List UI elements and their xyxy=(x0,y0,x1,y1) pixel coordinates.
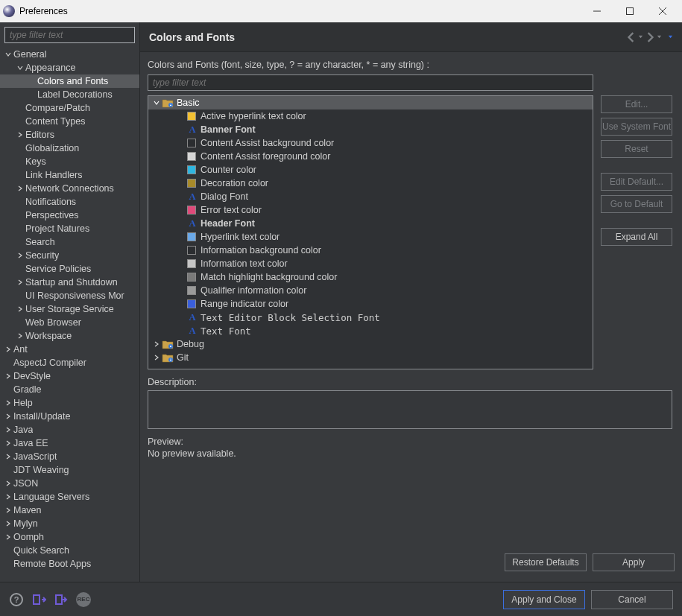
chevron-right-icon[interactable] xyxy=(3,413,13,419)
chevron-right-icon[interactable] xyxy=(151,355,162,361)
tree-item[interactable]: Gradle xyxy=(0,383,139,396)
tree-item[interactable]: Keys xyxy=(0,155,139,168)
tree-item[interactable]: DevStyle xyxy=(0,369,139,383)
chevron-right-icon[interactable] xyxy=(3,521,13,527)
tree-item[interactable]: Label Decorations xyxy=(0,88,139,101)
color-font-item[interactable]: Hyperlink text color xyxy=(148,230,593,244)
chevron-down-icon[interactable] xyxy=(151,100,162,106)
color-font-item[interactable]: AText Font xyxy=(148,324,593,337)
export-icon[interactable] xyxy=(54,592,69,607)
close-button[interactable] xyxy=(646,1,679,22)
cancel-button[interactable]: Cancel xyxy=(591,590,673,609)
apply-button[interactable]: Apply xyxy=(593,553,675,571)
color-font-item[interactable]: AText Editor Block Selection Font xyxy=(148,311,593,324)
tree-item[interactable]: Workspace xyxy=(0,329,139,343)
tree-item[interactable]: Search xyxy=(0,235,139,249)
color-font-item[interactable]: Counter color xyxy=(148,163,593,177)
expand-all-button[interactable]: Expand All xyxy=(601,228,672,246)
tree-item[interactable]: AspectJ Compiler xyxy=(0,356,139,369)
minimize-button[interactable] xyxy=(581,1,613,22)
color-font-item[interactable]: Error text color xyxy=(148,203,593,217)
chevron-down-icon[interactable] xyxy=(15,65,25,71)
tree-item[interactable]: Appearance xyxy=(0,61,139,74)
color-font-item[interactable]: Decoration color xyxy=(148,177,593,190)
help-icon[interactable]: ? xyxy=(9,592,24,607)
colors-filter-input[interactable] xyxy=(148,74,593,91)
chevron-right-icon[interactable] xyxy=(3,440,13,446)
tree-item[interactable]: Oomph xyxy=(0,530,139,544)
color-font-item[interactable]: Content Assist background color xyxy=(148,136,593,150)
edit-button[interactable]: Edit... xyxy=(601,95,672,113)
tree-item[interactable]: Install/Update xyxy=(0,410,139,423)
color-font-item[interactable]: Qualifier information color xyxy=(148,284,593,297)
color-font-item[interactable]: Information text color xyxy=(148,257,593,270)
tree-item[interactable]: Maven xyxy=(0,504,139,517)
tree-item[interactable]: General xyxy=(0,48,139,61)
use-system-font-button[interactable]: Use System Font xyxy=(601,118,672,136)
chevron-right-icon[interactable] xyxy=(3,480,13,486)
tree-item[interactable]: Ant xyxy=(0,343,139,356)
view-menu-button[interactable] xyxy=(668,34,673,39)
tree-item[interactable]: Colors and Fonts xyxy=(0,74,139,88)
left-filter-input[interactable] xyxy=(4,27,135,43)
color-font-item[interactable]: AHeader Font xyxy=(148,217,593,230)
chevron-right-icon[interactable] xyxy=(15,132,25,138)
tree-item[interactable]: Mylyn xyxy=(0,517,139,530)
tree-item[interactable]: Globalization xyxy=(0,142,139,155)
tree-item[interactable]: JSON xyxy=(0,477,139,490)
nav-back-menu[interactable] xyxy=(638,34,643,39)
tree-item[interactable]: Notifications xyxy=(0,195,139,209)
color-font-item[interactable]: ADialog Font xyxy=(148,190,593,203)
tree-item[interactable]: Security xyxy=(0,249,139,262)
maximize-button[interactable] xyxy=(613,1,646,22)
colors-fonts-tree[interactable]: BasicActive hyperlink text colorABanner … xyxy=(148,95,593,369)
tree-item[interactable]: Service Policies xyxy=(0,262,139,276)
reset-button[interactable]: Reset xyxy=(601,140,672,158)
nav-forward-menu[interactable] xyxy=(657,34,662,39)
apply-and-close-button[interactable]: Apply and Close xyxy=(503,590,585,609)
tree-item[interactable]: JDT Weaving xyxy=(0,463,139,477)
chevron-right-icon[interactable] xyxy=(15,185,25,191)
color-font-item[interactable]: Content Assist foreground color xyxy=(148,150,593,163)
color-font-item[interactable]: Match highlight background color xyxy=(148,270,593,284)
color-font-item[interactable]: Information background color xyxy=(148,244,593,257)
tree-item[interactable]: Remote Boot Apps xyxy=(0,557,139,571)
tree-item[interactable]: Network Connections xyxy=(0,182,139,195)
tree-item[interactable]: Web Browser xyxy=(0,316,139,329)
chevron-right-icon[interactable] xyxy=(15,279,25,285)
chevron-right-icon[interactable] xyxy=(3,427,13,433)
tree-item[interactable]: UI Responsiveness Mor xyxy=(0,289,139,302)
tree-item[interactable]: User Storage Service xyxy=(0,302,139,316)
chevron-right-icon[interactable] xyxy=(3,494,13,500)
chevron-right-icon[interactable] xyxy=(15,333,25,339)
chevron-right-icon[interactable] xyxy=(15,253,25,258)
tree-item[interactable]: Quick Search xyxy=(0,544,139,557)
color-font-item[interactable]: Git xyxy=(148,351,593,364)
chevron-right-icon[interactable] xyxy=(3,400,13,406)
go-to-default-button[interactable]: Go to Default xyxy=(601,195,672,213)
tree-item[interactable]: Editors xyxy=(0,128,139,142)
color-font-item[interactable]: Debug xyxy=(148,337,593,351)
tree-item[interactable]: Compare/Patch xyxy=(0,101,139,115)
chevron-right-icon[interactable] xyxy=(3,534,13,540)
import-icon[interactable] xyxy=(31,592,46,607)
description-box[interactable] xyxy=(148,390,672,429)
color-font-item[interactable]: ABanner Font xyxy=(148,123,593,136)
tree-item[interactable]: Help xyxy=(0,396,139,410)
color-font-item[interactable]: Range indicator color xyxy=(148,297,593,311)
tree-item[interactable]: Project Natures xyxy=(0,222,139,235)
tree-item[interactable]: Java EE xyxy=(0,436,139,450)
preferences-tree[interactable]: GeneralAppearanceColors and FontsLabel D… xyxy=(0,46,139,582)
chevron-right-icon[interactable] xyxy=(151,341,162,347)
chevron-right-icon[interactable] xyxy=(15,306,25,312)
tree-item[interactable]: Language Servers xyxy=(0,490,139,504)
tree-item[interactable]: Java xyxy=(0,423,139,436)
chevron-right-icon[interactable] xyxy=(3,346,13,352)
edit-default-button[interactable]: Edit Default... xyxy=(601,173,672,191)
nav-forward-button[interactable] xyxy=(645,32,655,42)
tree-item[interactable]: Link Handlers xyxy=(0,168,139,182)
chevron-down-icon[interactable] xyxy=(3,51,13,57)
tree-item[interactable]: Content Types xyxy=(0,115,139,128)
nav-back-button[interactable] xyxy=(626,32,637,42)
record-icon[interactable]: REC xyxy=(76,592,91,607)
